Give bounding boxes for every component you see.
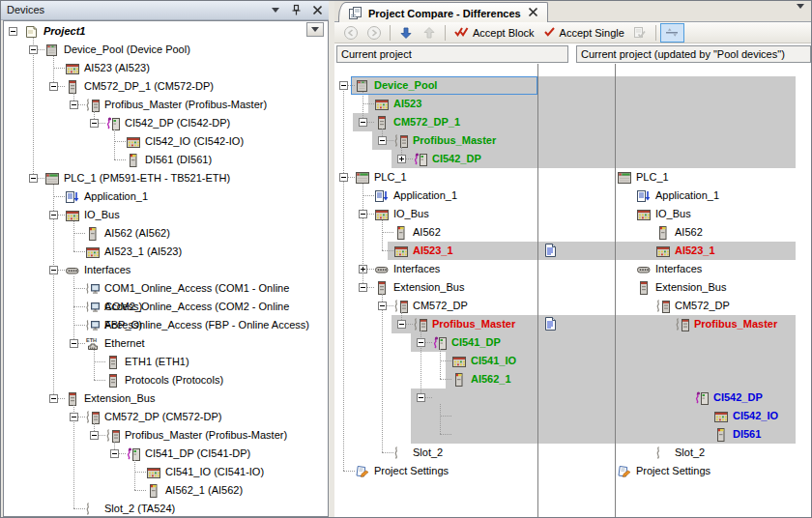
expander-expand[interactable] — [397, 155, 406, 163]
device-ci542-dp-ci542-dp-[interactable]: CI542_DP (CI542-DP) — [125, 114, 230, 132]
nav-forward-button[interactable] — [362, 23, 386, 43]
device-ai523-ai523-[interactable]: AI523 (AI523) — [84, 59, 150, 77]
show-differences-toggle[interactable] — [660, 23, 684, 43]
tab-close-icon[interactable] — [526, 5, 540, 21]
device-extension-bus[interactable]: Extension_Bus — [84, 389, 155, 408]
expander-collapse[interactable] — [339, 173, 348, 182]
compare-left-plc-1[interactable]: PLC_1 — [374, 168, 407, 187]
expander-collapse[interactable] — [359, 118, 367, 127]
device-device-pool-device-pool-[interactable]: Device_Pool (Device Pool) — [64, 41, 190, 59]
expander-collapse[interactable] — [417, 338, 425, 347]
compare-right-cm572-dp[interactable]: CM572_DP — [675, 297, 730, 315]
device-ai562-1-ai562-[interactable]: AI562_1 (AI562) — [165, 481, 243, 500]
expander-collapse[interactable] — [397, 320, 406, 329]
device-ci541-dp-ci541-dp-[interactable]: CI541_DP (CI541-DP) — [145, 445, 250, 463]
expander-collapse[interactable] — [29, 174, 38, 183]
expander-collapse[interactable] — [359, 210, 367, 218]
compare-left-ci541-io[interactable]: CI541_IO — [471, 352, 516, 370]
device-ai523-1-ai523-[interactable]: AI523_1 (AI523) — [104, 243, 182, 261]
expander-collapse[interactable] — [70, 339, 78, 348]
device-project1[interactable]: Project1 — [44, 22, 85, 41]
compare-right-ai523-1[interactable]: AI523_1 — [675, 242, 715, 260]
compare-left-ai523-1[interactable]: AI523_1 — [413, 242, 453, 260]
device-ci541-io-ci541-io-[interactable]: CI541_IO (CI541-IO) — [165, 463, 264, 481]
compare-left-ai562[interactable]: AI562 — [413, 223, 441, 242]
device-com2-online-access-com2-online-access-[interactable]: COM2_Online_Access (COM2 - Online Access… — [104, 298, 328, 316]
expander-collapse[interactable] — [9, 27, 17, 36]
column-separator-right[interactable] — [615, 64, 616, 517]
accept-all-button[interactable] — [628, 23, 652, 43]
device-fbp-online-access-fbp-online-access-[interactable]: FBP_Online_Access (FBP - Online Access) — [104, 316, 309, 334]
compare-left-ci541-dp[interactable]: CI541_DP — [451, 333, 501, 352]
accept-block-button[interactable]: Accept Block — [450, 23, 538, 43]
expander-collapse[interactable] — [359, 283, 367, 292]
device-protocols-protocols-[interactable]: Protocols (Protocols) — [125, 371, 223, 389]
expander-collapse[interactable] — [29, 45, 38, 54]
next-difference-button[interactable] — [394, 23, 418, 43]
device-di561-di561-[interactable]: DI561 (DI561) — [145, 151, 212, 169]
compare-right-profibus-master[interactable]: Profibus_Master — [694, 315, 777, 333]
device-cm572-dp-1-cm572-dp-[interactable]: CM572_DP_1 (CM572-DP) — [84, 77, 214, 96]
compare-left-device-pool[interactable]: Device_Pool — [374, 76, 437, 95]
close-icon[interactable] — [310, 3, 325, 17]
device-interfaces[interactable]: Interfaces — [84, 261, 130, 279]
nav-back-button[interactable] — [339, 23, 362, 43]
compare-left-project-settings[interactable]: Project Settings — [374, 462, 449, 480]
compare-left-profibus-master[interactable]: Profibus_Master — [413, 131, 496, 150]
tabstrip-menu-icon[interactable] — [797, 9, 804, 20]
compare-left-cm572-dp-1[interactable]: CM572_DP_1 — [393, 113, 460, 131]
compare-right-ai562[interactable]: AI562 — [675, 223, 703, 242]
compare-right-ci542-io[interactable]: CI542_IO — [733, 407, 778, 425]
compare-right-io-bus[interactable]: IO_Bus — [655, 205, 691, 223]
compare-right-ci542-dp[interactable]: CI542_DP — [713, 388, 763, 407]
expander-collapse[interactable] — [90, 119, 99, 128]
device-eth1-eth1-[interactable]: ETH1 (ETH1) — [125, 353, 189, 371]
device-application-1[interactable]: Application_1 — [84, 187, 148, 206]
expander-collapse[interactable] — [49, 266, 58, 274]
device-ethernet[interactable]: Ethernet — [104, 334, 145, 353]
compare-left-ai523[interactable]: AI523 — [393, 95, 421, 113]
device-ci542-io-ci542-io-[interactable]: CI542_IO (CI542-IO) — [145, 132, 244, 151]
expander-collapse[interactable] — [70, 101, 78, 109]
compare-right-di561[interactable]: DI561 — [733, 425, 761, 444]
device-plc-1-pm591-eth-tb521-eth-[interactable]: PLC_1 (PM591-ETH - TB521-ETH) — [64, 169, 230, 187]
pin-icon[interactable] — [289, 3, 304, 17]
compare-right-plc-1[interactable]: PLC_1 — [636, 168, 669, 187]
device-com1-online-access-com1-online-access-[interactable]: COM1_Online_Access (COM1 - Online Access… — [104, 279, 328, 298]
compare-left-cm572-dp[interactable]: CM572_DP — [413, 297, 468, 315]
expander-collapse[interactable] — [49, 82, 58, 91]
device-profibus-master-profibus-master-[interactable]: Profibus_Master (Profibus-Master) — [104, 96, 267, 114]
compare-left-interfaces[interactable]: Interfaces — [393, 260, 440, 278]
panel-menu-icon[interactable] — [268, 3, 282, 17]
compare-right-application-1[interactable]: Application_1 — [655, 187, 719, 205]
device-io-bus[interactable]: IO_Bus — [84, 206, 120, 224]
previous-difference-button[interactable] — [418, 23, 441, 43]
compare-right-extension-bus[interactable]: Extension_Bus — [655, 278, 726, 297]
expander-collapse[interactable] — [378, 136, 387, 145]
accept-single-button[interactable]: Accept Single — [538, 23, 628, 43]
expander-collapse[interactable] — [70, 413, 78, 421]
expander-collapse[interactable] — [378, 302, 387, 310]
device-ai562-ai562-[interactable]: AI562 (AI562) — [104, 224, 170, 243]
expander-expand[interactable] — [359, 265, 367, 273]
device-cm572-dp-cm572-dp-[interactable]: CM572_DP (CM572-DP) — [104, 408, 221, 426]
compare-right-interfaces[interactable]: Interfaces — [655, 260, 702, 278]
compare-left-application-1[interactable]: Application_1 — [393, 187, 457, 205]
compare-left-ai562-1[interactable]: AI562_1 — [471, 370, 511, 388]
compare-left-slot-2[interactable]: Slot_2 — [413, 444, 443, 462]
compare-right-project-settings[interactable]: Project Settings — [636, 462, 710, 480]
expander-collapse[interactable] — [339, 81, 348, 90]
compare-right-slot-2[interactable]: Slot_2 — [675, 444, 705, 462]
compare-left-ci542-dp[interactable]: CI542_DP — [432, 150, 481, 168]
expander-collapse[interactable] — [49, 211, 58, 219]
expander-collapse[interactable] — [417, 393, 425, 402]
compare-left-extension-bus[interactable]: Extension_Bus — [393, 278, 464, 297]
compare-left-profibus-master[interactable]: Profibus_Master — [432, 315, 515, 333]
devices-dropdown-button[interactable] — [306, 22, 324, 37]
device-profibus-master-profibus-master-[interactable]: Profibus_Master (Profibus-Master) — [125, 426, 287, 445]
column-separator-left[interactable] — [537, 64, 538, 517]
expander-collapse[interactable] — [90, 431, 99, 440]
compare-left-io-bus[interactable]: IO_Bus — [393, 205, 429, 223]
expander-collapse[interactable] — [49, 394, 58, 403]
device-slot-2-ta524-[interactable]: Slot_2 (TA524) — [104, 500, 175, 517]
